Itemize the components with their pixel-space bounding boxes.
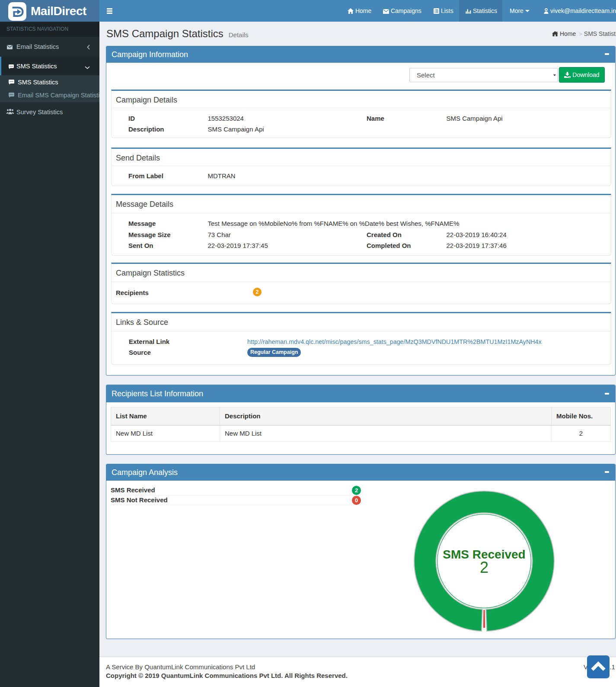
- svg-text:2: 2: [480, 559, 488, 576]
